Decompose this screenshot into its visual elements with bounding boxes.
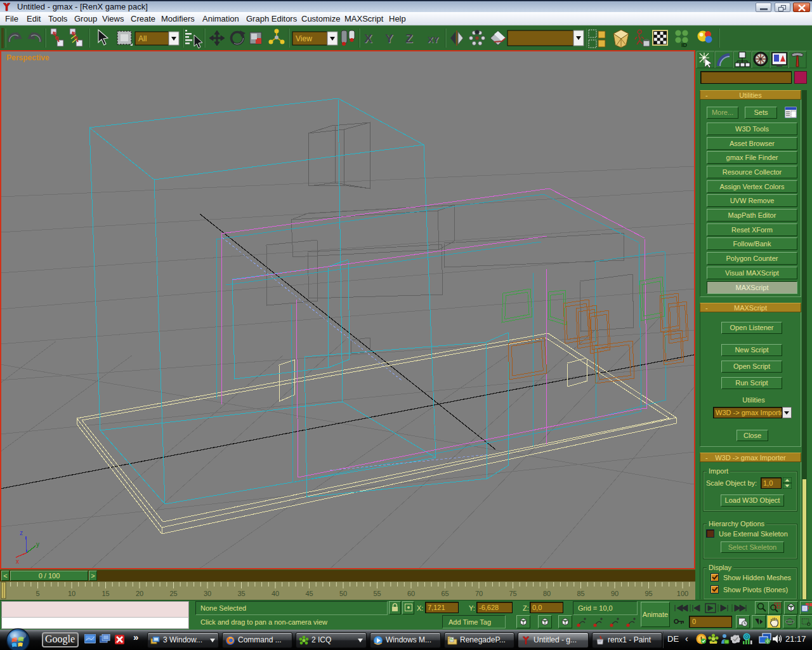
svg-text:z: z <box>20 529 23 536</box>
svg-text:60: 60 <box>407 590 415 597</box>
svg-text:Perspective: Perspective <box>6 53 49 62</box>
svg-text:x: x <box>16 558 19 565</box>
svg-text:85: 85 <box>577 590 584 597</box>
svg-text:View: View <box>296 34 312 43</box>
svg-text:75: 75 <box>509 590 516 597</box>
svg-text:Z: Z <box>405 32 413 45</box>
svg-text:All: All <box>138 34 147 43</box>
svg-text:90: 90 <box>611 590 619 597</box>
svg-text:30: 30 <box>204 590 211 597</box>
svg-text:80: 80 <box>543 590 551 597</box>
svg-text:X: X <box>364 32 372 45</box>
svg-text:XY: XY <box>428 35 439 44</box>
svg-text:40: 40 <box>272 590 279 597</box>
svg-text:10: 10 <box>68 590 75 597</box>
svg-text:15: 15 <box>102 590 109 597</box>
svg-text:ID: ID <box>681 42 688 48</box>
svg-text:20: 20 <box>136 590 143 597</box>
svg-text:55: 55 <box>373 590 381 597</box>
svg-text:y: y <box>36 541 39 548</box>
svg-text:25: 25 <box>169 590 177 597</box>
svg-text:Y: Y <box>385 32 393 45</box>
svg-text:95: 95 <box>645 590 652 597</box>
svg-text:50: 50 <box>339 590 347 597</box>
svg-text:5: 5 <box>36 590 39 597</box>
svg-text:45: 45 <box>305 590 313 597</box>
svg-text:100: 100 <box>677 590 688 597</box>
svg-text:65: 65 <box>441 590 449 597</box>
svg-text:35: 35 <box>237 590 245 597</box>
svg-text:70: 70 <box>475 590 483 597</box>
